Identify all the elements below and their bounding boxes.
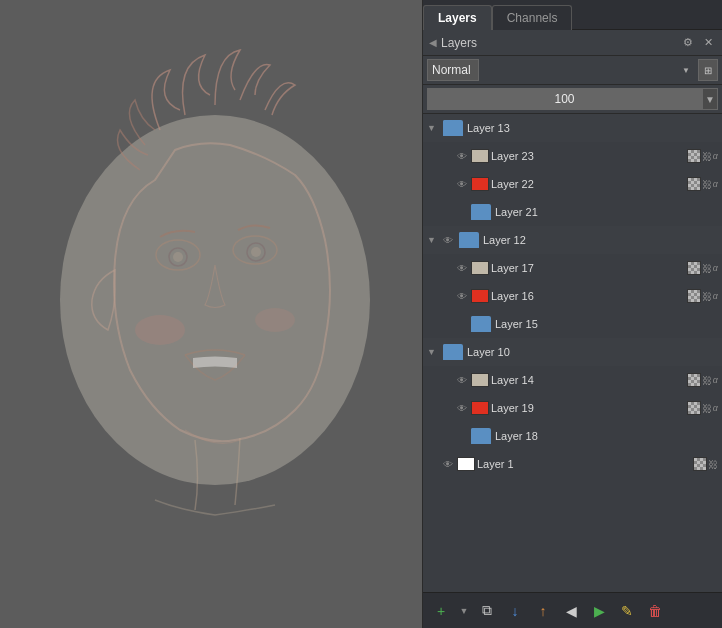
folder-thumb-15 xyxy=(469,314,493,334)
visibility-icon-22[interactable]: 👁 xyxy=(455,177,469,191)
folder-thumb-12 xyxy=(457,230,481,250)
layer-icons-19: ⛓ α xyxy=(687,401,718,415)
layer-item-22[interactable]: 👁 Layer 22 ⛓ α xyxy=(423,170,722,198)
opacity-bar xyxy=(428,89,701,109)
layer-icons-22: ⛓ α xyxy=(687,177,718,191)
layer-group-13[interactable]: ▼ Layer 13 xyxy=(423,114,722,142)
folder-icon-13 xyxy=(443,120,463,136)
layer-item-18[interactable]: Layer 18 xyxy=(423,422,722,450)
tab-layers[interactable]: Layers xyxy=(423,5,492,30)
alpha-icon-17: α xyxy=(713,263,718,273)
layer-name-23: Layer 23 xyxy=(491,150,685,162)
folder-icon-18 xyxy=(471,428,491,444)
layer-name-19: Layer 19 xyxy=(491,402,685,414)
layer-name-17: Layer 17 xyxy=(491,262,685,274)
layer-name-15: Layer 15 xyxy=(495,318,718,330)
red-thumb-16 xyxy=(471,289,489,303)
canvas-area xyxy=(0,0,422,628)
checker-thumb-22 xyxy=(687,177,701,191)
layer-name-12: Layer 12 xyxy=(483,234,718,246)
layer-item-1[interactable]: 👁 Layer 1 ⛓ xyxy=(423,450,722,478)
svg-point-7 xyxy=(251,247,261,257)
panel-config-icon[interactable]: ⚙ xyxy=(680,35,696,51)
chain-icon-22: ⛓ xyxy=(702,179,712,190)
alpha-icon-14: α xyxy=(713,375,718,385)
tab-bar: Layers Channels xyxy=(423,0,722,30)
layer-item-15[interactable]: Layer 15 xyxy=(423,310,722,338)
layer-options-icon[interactable]: ⊞ xyxy=(698,59,718,81)
visibility-icon-19[interactable]: 👁 xyxy=(455,401,469,415)
visibility-icon-1[interactable]: 👁 xyxy=(441,457,455,471)
layer-item-14[interactable]: 👁 Layer 14 ⛓ α xyxy=(423,366,722,394)
layer-icons-17: ⛓ α xyxy=(687,261,718,275)
svg-point-4 xyxy=(173,252,183,262)
layers-panel: Layers Channels ◀ Layers ⚙ ✕ Normal Mult… xyxy=(422,0,722,628)
expand-arrow-12: ▼ xyxy=(427,235,439,245)
svg-point-8 xyxy=(135,315,185,345)
layer-item-19[interactable]: 👁 Layer 19 ⛓ α xyxy=(423,394,722,422)
svg-point-1 xyxy=(60,115,370,485)
layer-group-12[interactable]: ▼ 👁 Layer 12 xyxy=(423,226,722,254)
visibility-icon-14[interactable]: 👁 xyxy=(455,373,469,387)
delete-layer-button[interactable]: 🗑 xyxy=(643,599,667,623)
thumb-14 xyxy=(471,373,489,387)
thumb-17 xyxy=(471,261,489,275)
new-layer-button[interactable]: + xyxy=(429,599,453,623)
alpha-icon-22: α xyxy=(713,179,718,189)
visibility-icon-17[interactable]: 👁 xyxy=(455,261,469,275)
expand-arrow-10: ▼ xyxy=(427,347,439,357)
layer-group-10[interactable]: ▼ Layer 10 xyxy=(423,338,722,366)
anchor-left-button[interactable]: ◀ xyxy=(559,599,583,623)
folder-thumb-10 xyxy=(441,342,465,362)
panel-header: ◀ Layers ⚙ ✕ xyxy=(423,30,722,56)
panel-header-icons: ⚙ ✕ xyxy=(680,35,716,51)
panel-title: Layers xyxy=(441,36,477,50)
layer-icons-14: ⛓ α xyxy=(687,373,718,387)
layer-item-16[interactable]: 👁 Layer 16 ⛓ α xyxy=(423,282,722,310)
blend-mode-select[interactable]: Normal Multiply Screen Overlay Darken Li… xyxy=(427,59,479,81)
layer-item-21[interactable]: Layer 21 xyxy=(423,198,722,226)
folder-icon-21 xyxy=(471,204,491,220)
folder-icon-15 xyxy=(471,316,491,332)
folder-thumb-13 xyxy=(441,118,465,138)
move-layer-up-button[interactable]: ↑ xyxy=(531,599,555,623)
chain-icon-14: ⛓ xyxy=(702,375,712,386)
folder-icon-10 xyxy=(443,344,463,360)
red-thumb-19 xyxy=(471,401,489,415)
layer-name-22: Layer 22 xyxy=(491,178,685,190)
layer-item-17[interactable]: 👁 Layer 17 ⛓ α xyxy=(423,254,722,282)
folder-icon-12 xyxy=(459,232,479,248)
opacity-slider[interactable]: 100 xyxy=(427,88,702,110)
chain-icon-17: ⛓ xyxy=(702,263,712,274)
alpha-icon-19: α xyxy=(713,403,718,413)
layer-name-10: Layer 10 xyxy=(467,346,718,358)
layer-item-23[interactable]: 👁 Layer 23 ⛓ α xyxy=(423,142,722,170)
folder-thumb-18 xyxy=(469,426,493,446)
layers-list[interactable]: ▼ Layer 13 👁 Layer 23 ⛓ α 👁 Layer 22 xyxy=(423,114,722,592)
move-layer-down-button[interactable]: ↓ xyxy=(503,599,527,623)
tab-channels[interactable]: Channels xyxy=(492,5,573,30)
layer-icons-23: ⛓ α xyxy=(687,149,718,163)
layer-name-14: Layer 14 xyxy=(491,374,685,386)
visibility-icon-16[interactable]: 👁 xyxy=(455,289,469,303)
opacity-expand-icon[interactable]: ▼ xyxy=(702,88,718,110)
chain-icon-23: ⛓ xyxy=(702,151,712,162)
folder-thumb-21 xyxy=(469,202,493,222)
visibility-icon-12[interactable]: 👁 xyxy=(441,233,455,247)
expand-arrow-13: ▼ xyxy=(427,123,439,133)
red-thumb-22 xyxy=(471,177,489,191)
anchor-right-button[interactable]: ▶ xyxy=(587,599,611,623)
checker-thumb-14 xyxy=(687,373,701,387)
visibility-icon-23[interactable]: 👁 xyxy=(455,149,469,163)
layer-name-13: Layer 13 xyxy=(467,122,718,134)
checker-thumb-19 xyxy=(687,401,701,415)
layer-icons-1: ⛓ xyxy=(693,457,718,471)
panel-close-icon[interactable]: ✕ xyxy=(700,35,716,51)
checker-thumb-16 xyxy=(687,289,701,303)
duplicate-layer-button[interactable]: ⧉ xyxy=(475,599,499,623)
layer-name-18: Layer 18 xyxy=(495,430,718,442)
collapse-arrow-icon[interactable]: ◀ xyxy=(429,37,437,48)
edit-layer-button[interactable]: ✎ xyxy=(615,599,639,623)
chain-icon-19: ⛓ xyxy=(702,403,712,414)
new-layer-options-button[interactable]: ▼ xyxy=(457,599,471,623)
